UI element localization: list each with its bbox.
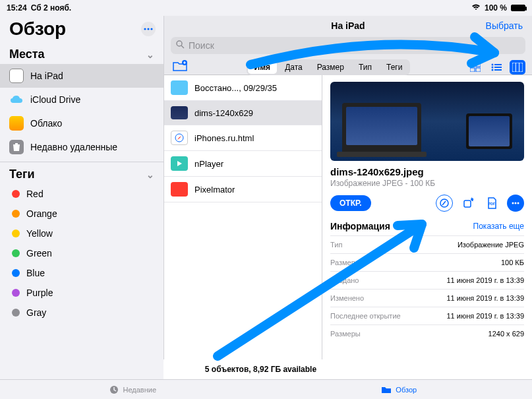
more-menu-button[interactable] <box>141 22 156 36</box>
tag-dot-icon <box>12 190 20 198</box>
folder-icon <box>171 156 188 171</box>
svg-rect-8 <box>470 68 475 72</box>
wifi-icon <box>471 3 481 13</box>
tab-recent[interactable]: Недавние <box>0 380 266 399</box>
file-row-folder[interactable]: Восстано..., 09/29/35 <box>164 75 322 101</box>
tag-dot-icon <box>12 249 20 257</box>
search-icon <box>176 40 185 51</box>
svg-rect-6 <box>470 63 475 67</box>
view-list-button[interactable] <box>488 60 504 75</box>
sort-name[interactable]: Имя <box>248 61 278 74</box>
tag-dot-icon <box>12 289 20 297</box>
svg-rect-15 <box>494 69 502 71</box>
file-list: Восстано..., 09/29/35 dims-1240x629 iPho… <box>164 75 322 382</box>
sort-date[interactable]: Дата <box>278 61 309 74</box>
search-input[interactable]: Поиск <box>171 37 525 54</box>
svg-point-23 <box>512 202 514 204</box>
file-row-pixelmator[interactable]: Pixelmator <box>164 177 322 202</box>
svg-point-1 <box>147 28 149 30</box>
file-preview <box>330 82 524 161</box>
svg-text:PDF: PDF <box>488 202 495 206</box>
tab-browse[interactable]: Обзор <box>266 380 533 399</box>
svg-rect-11 <box>494 64 502 65</box>
new-folder-button[interactable] <box>171 60 189 75</box>
svg-rect-21 <box>464 200 471 207</box>
search-placeholder: Поиск <box>189 40 214 51</box>
file-row-nplayer[interactable]: nPlayer <box>164 151 322 177</box>
svg-point-14 <box>492 69 494 71</box>
battery-percent: 100 % <box>485 3 507 13</box>
svg-point-0 <box>144 28 146 30</box>
sort-size[interactable]: Размер <box>310 61 351 74</box>
svg-point-10 <box>492 64 494 66</box>
tag-gray[interactable]: Gray <box>0 303 163 322</box>
tag-dot-icon <box>12 230 20 237</box>
safari-icon <box>171 131 188 145</box>
main-pane: На iPad Выбрать Поиск Имя Дата Размер Ти… <box>163 16 532 382</box>
markup-icon[interactable] <box>436 195 453 212</box>
file-meta: Изображение JPEG - 100 КБ <box>330 179 524 188</box>
sidebar-item-icloud[interactable]: iCloud Drive <box>0 88 163 111</box>
svg-rect-9 <box>476 68 481 72</box>
detail-pane: dims-1240x629.jpeg Изображение JPEG - 10… <box>322 75 532 382</box>
svg-point-12 <box>492 67 494 69</box>
select-button[interactable]: Выбрать <box>486 20 523 31</box>
sidebar-item-cloud[interactable]: Облако <box>0 111 163 135</box>
tag-blue[interactable]: Blue <box>0 263 163 283</box>
pdf-icon[interactable]: PDF <box>483 195 500 212</box>
status-date: Сб 2 нояб. <box>31 3 71 13</box>
open-button[interactable]: ОТКР. <box>330 195 371 211</box>
rotate-icon[interactable] <box>459 195 477 212</box>
folder-icon <box>171 80 188 95</box>
tag-orange[interactable]: Orange <box>0 204 163 224</box>
folder-icon <box>171 182 188 197</box>
tag-red[interactable]: Red <box>0 184 163 204</box>
tags-header[interactable]: Теги ⌄ <box>0 164 163 184</box>
tag-yellow[interactable]: Yellow <box>0 224 163 243</box>
file-name: dims-1240x629.jpeg <box>330 166 524 177</box>
info-header: Информация <box>330 221 390 231</box>
battery-icon <box>511 5 525 11</box>
image-thumb-icon <box>171 106 188 119</box>
sidebar-title: Обзор <box>9 18 66 40</box>
tab-bar: Недавние Обзор <box>0 379 532 399</box>
trash-icon <box>9 140 24 154</box>
tag-green[interactable]: Green <box>0 243 163 263</box>
view-grid-button[interactable] <box>467 60 483 75</box>
tag-purple[interactable]: Purple <box>0 283 163 303</box>
svg-rect-16 <box>512 63 523 72</box>
toolbar: На iPad Выбрать Поиск Имя Дата Размер Ти… <box>164 16 532 75</box>
status-time: 15:24 <box>7 3 27 13</box>
sort-tags[interactable]: Теги <box>380 61 409 74</box>
sort-segmented-control[interactable]: Имя Дата Размер Тип Теги <box>247 59 411 75</box>
show-more-link[interactable]: Показать еще <box>473 222 524 231</box>
view-columns-button[interactable] <box>510 60 525 75</box>
file-row-html[interactable]: iPhones.ru.html <box>164 125 322 151</box>
more-actions-icon[interactable] <box>507 195 524 212</box>
cloud-icon <box>9 92 24 107</box>
tag-dot-icon <box>12 210 20 218</box>
svg-rect-13 <box>494 67 502 68</box>
sidebar-item-on-ipad[interactable]: На iPad <box>0 64 163 88</box>
svg-point-3 <box>177 41 182 46</box>
svg-line-4 <box>181 46 184 48</box>
tag-dot-icon <box>12 269 20 277</box>
chevron-down-icon: ⌄ <box>146 49 154 60</box>
file-row-image[interactable]: dims-1240x629 <box>164 101 322 125</box>
file-count-footer: 5 объектов, 8,92 ГБ available <box>163 359 358 379</box>
sidebar-item-trash[interactable]: Недавно удаленные <box>0 135 163 159</box>
sidebar: Обзор Места ⌄ На iPad iCloud Drive Облак… <box>0 16 163 382</box>
tag-dot-icon <box>12 309 20 317</box>
chevron-down-icon: ⌄ <box>146 169 154 180</box>
svg-rect-7 <box>476 63 481 67</box>
places-header[interactable]: Места ⌄ <box>0 44 163 64</box>
sort-type[interactable]: Тип <box>352 61 378 74</box>
cloud-service-icon <box>9 116 24 131</box>
ipad-icon <box>9 69 24 83</box>
svg-point-2 <box>150 28 152 30</box>
svg-point-25 <box>517 202 519 204</box>
svg-point-24 <box>515 202 517 204</box>
location-title: На iPad <box>331 20 365 31</box>
status-bar: 15:24 Сб 2 нояб. 100 % <box>0 0 532 16</box>
